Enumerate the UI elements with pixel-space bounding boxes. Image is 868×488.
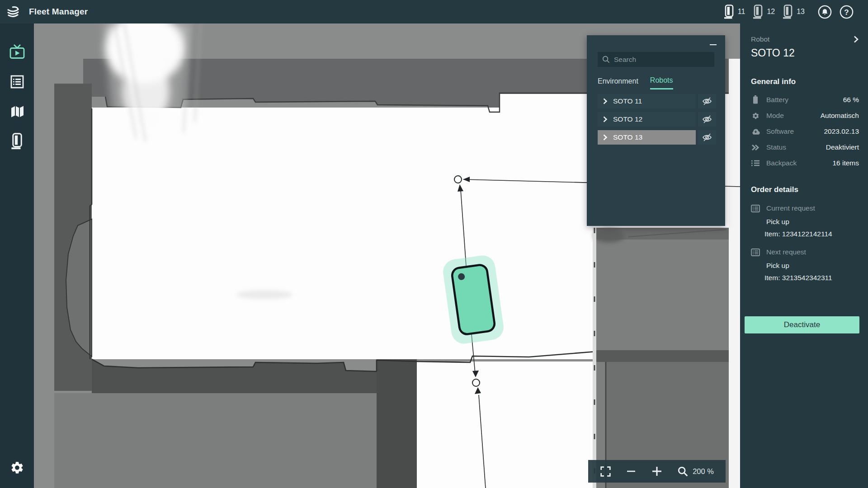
software-value: 2023.02.13 bbox=[824, 127, 859, 136]
sidebar-item-orders[interactable] bbox=[0, 67, 34, 97]
info-row-battery: Battery 66 % bbox=[751, 95, 859, 104]
cloud-download-icon bbox=[751, 128, 760, 135]
info-row-backpack: Backpack 16 items bbox=[751, 159, 859, 167]
robot-row-expand-soto-13[interactable]: SOTO 13 bbox=[598, 130, 696, 145]
question-icon: ? bbox=[840, 5, 854, 19]
search-icon bbox=[602, 56, 610, 63]
eye-off-icon bbox=[702, 97, 712, 106]
info-row-software: Software 2023.02.13 bbox=[751, 127, 859, 136]
visibility-toggle-soto-12[interactable] bbox=[698, 112, 716, 127]
current-request-block: Current request Pick up Item: 1234122142… bbox=[751, 204, 859, 238]
robot-counter-label: 11 bbox=[738, 8, 745, 16]
robot-row-expand-soto-12[interactable]: SOTO 12 bbox=[598, 112, 696, 127]
top-bar: Fleet Manager 11 12 13 bbox=[0, 0, 868, 23]
plus-icon bbox=[651, 465, 663, 477]
robot-row-label: SOTO 12 bbox=[613, 115, 642, 123]
next-request-block: Next request Pick up Item: 3213542342311 bbox=[751, 248, 859, 282]
battery-icon bbox=[751, 95, 760, 104]
order-details-heading: Order details bbox=[751, 185, 859, 194]
waypoint-circle bbox=[472, 379, 480, 386]
tab-environment[interactable]: Environment bbox=[598, 76, 638, 89]
eye-off-icon bbox=[702, 115, 712, 124]
gear-icon bbox=[751, 112, 760, 120]
svg-text:?: ? bbox=[844, 8, 849, 16]
zoom-in-button[interactable] bbox=[651, 465, 663, 477]
chevron-right-icon bbox=[603, 116, 608, 122]
robot-list: SOTO 11 SOTO 12 bbox=[598, 94, 716, 145]
app-logo-icon bbox=[5, 4, 21, 20]
sidebar-item-robots[interactable] bbox=[0, 127, 34, 156]
robots-overlay-panel: Environment Robots SOTO 11 bbox=[587, 35, 725, 226]
robot-name-title: SOTO 12 bbox=[751, 47, 859, 59]
robot-icon bbox=[783, 5, 793, 19]
next-request-label: Next request bbox=[766, 248, 806, 256]
waypoint-circle bbox=[454, 176, 462, 183]
request-icon bbox=[751, 249, 760, 256]
robot-details-panel: Robot SOTO 12 General info Battery 66 % … bbox=[740, 23, 868, 488]
robot-row-label: SOTO 11 bbox=[613, 97, 642, 105]
general-info-rows: Battery 66 % Mode Automatisch Software 2… bbox=[751, 95, 859, 167]
robot-list-row-soto-12: SOTO 12 bbox=[598, 112, 716, 127]
help-button[interactable]: ? bbox=[840, 5, 854, 19]
fullscreen-button[interactable] bbox=[600, 466, 611, 477]
collapse-panel-chevron-icon[interactable] bbox=[853, 35, 859, 43]
tab-robots[interactable]: Robots bbox=[650, 76, 673, 89]
search-box[interactable] bbox=[598, 52, 714, 67]
robot-counter-13[interactable]: 13 bbox=[783, 5, 805, 19]
panel-tabs: Environment Robots bbox=[598, 76, 673, 89]
current-request-item: Item: 1234122142114 bbox=[764, 230, 859, 238]
backpack-value: 16 items bbox=[832, 159, 859, 167]
minimize-panel-button[interactable] bbox=[707, 40, 719, 50]
status-value: Deaktiviert bbox=[826, 143, 859, 151]
minus-icon bbox=[626, 466, 636, 476]
eye-off-icon bbox=[702, 133, 712, 142]
current-request-action: Pick up bbox=[766, 218, 859, 226]
info-row-mode: Mode Automatisch bbox=[751, 112, 859, 120]
double-chevron-icon bbox=[751, 144, 760, 151]
map-zoom-controls: 200 % bbox=[588, 460, 726, 483]
deactivate-button[interactable]: Deactivate bbox=[745, 316, 859, 333]
sidebar-item-settings[interactable] bbox=[0, 453, 34, 483]
robot-icon bbox=[753, 5, 764, 19]
robot-counter-12[interactable]: 12 bbox=[753, 5, 775, 19]
robot-icon bbox=[724, 5, 735, 19]
visibility-toggle-soto-13[interactable] bbox=[698, 130, 716, 145]
list-icon bbox=[751, 160, 760, 166]
notifications-button[interactable] bbox=[818, 5, 832, 19]
zoom-out-button[interactable] bbox=[626, 466, 636, 476]
left-sidebar bbox=[0, 23, 34, 488]
visibility-toggle-soto-11[interactable] bbox=[698, 94, 716, 108]
mode-value: Automatisch bbox=[821, 112, 859, 120]
general-info-heading: General info bbox=[751, 77, 859, 86]
robot-row-label: SOTO 13 bbox=[613, 133, 642, 141]
robot-list-row-soto-11: SOTO 11 bbox=[598, 94, 716, 108]
next-request-item: Item: 3213542342311 bbox=[764, 274, 859, 282]
current-request-label: Current request bbox=[766, 204, 815, 212]
list-box-icon bbox=[10, 75, 24, 89]
zoom-level-value: 200 % bbox=[693, 467, 714, 476]
app-title: Fleet Manager bbox=[29, 7, 88, 17]
chevron-right-icon bbox=[603, 134, 608, 141]
search-input[interactable] bbox=[614, 56, 704, 64]
magnifier-icon bbox=[678, 466, 688, 477]
request-icon bbox=[751, 205, 760, 212]
robot-counter-label: 12 bbox=[767, 8, 775, 16]
robot-icon bbox=[11, 133, 24, 150]
gear-icon bbox=[10, 460, 24, 475]
robot-counter-11[interactable]: 11 bbox=[724, 5, 745, 19]
details-kicker: Robot bbox=[751, 35, 769, 43]
robot-list-row-soto-13: SOTO 13 bbox=[598, 130, 716, 145]
fullscreen-icon bbox=[600, 466, 611, 477]
robot-row-expand-soto-11[interactable]: SOTO 11 bbox=[598, 94, 696, 108]
info-row-status: Status Deaktiviert bbox=[751, 143, 859, 151]
tv-play-icon bbox=[9, 44, 25, 60]
bell-icon bbox=[818, 5, 832, 19]
robot-counter-label: 13 bbox=[797, 8, 805, 16]
sidebar-item-live-view[interactable] bbox=[0, 37, 34, 67]
chevron-right-icon bbox=[603, 98, 608, 104]
battery-value: 66 % bbox=[843, 96, 859, 104]
map-icon bbox=[10, 105, 24, 118]
minus-icon bbox=[710, 44, 717, 45]
sidebar-item-map[interactable] bbox=[0, 97, 34, 127]
next-request-action: Pick up bbox=[766, 262, 859, 270]
